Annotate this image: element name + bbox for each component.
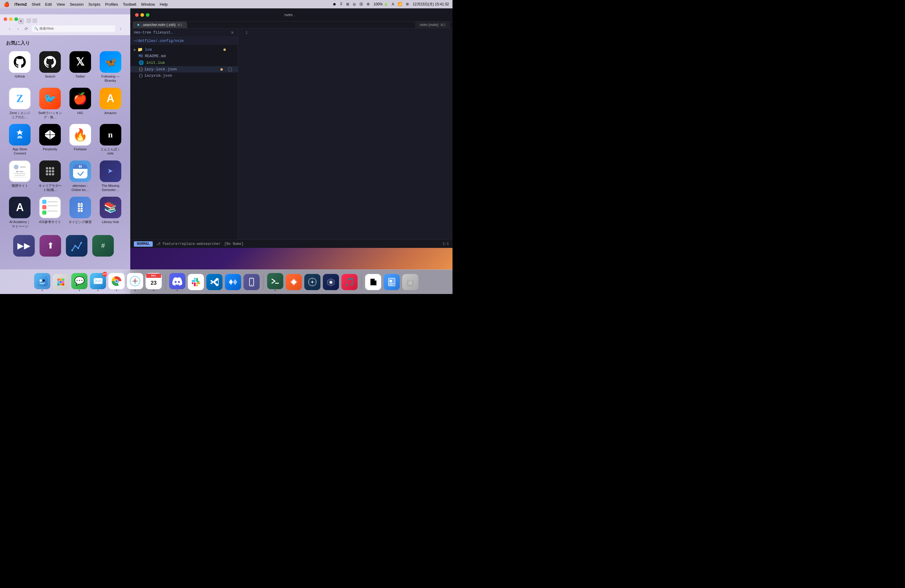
back-button[interactable]: ‹ (6, 26, 13, 32)
menu-window[interactable]: Window (141, 2, 155, 6)
svg-rect-44 (390, 280, 392, 282)
app-item-career[interactable]: キャリアサポート/転職… (36, 159, 64, 193)
app-item-typing[interactable]: T T テ マ タイピング練習 (67, 195, 94, 230)
app-item-firebase[interactable]: 🔥 Firebase (67, 123, 94, 157)
app-item-missing[interactable]: ➤ The Missing Semester… (97, 159, 124, 193)
svg-point-12 (60, 279, 62, 281)
dock-item-calendar[interactable]: DEC 23 (146, 273, 162, 291)
menu-scripts[interactable]: Scripts (88, 2, 100, 6)
app-item-ai-academy[interactable]: A AI Academy｜マイページ (6, 195, 34, 230)
apple-menu[interactable]: 🍎 (3, 2, 10, 7)
xscope-icon (304, 274, 321, 290)
app-item-resume[interactable]: 職歴サイト (6, 159, 34, 193)
app-item-hash[interactable]: # (91, 234, 115, 258)
mail-icon: ✉️ 376 (90, 273, 106, 289)
dock-item-notion[interactable] (365, 274, 381, 290)
address-bar[interactable]: 🔍 検索/Web (32, 25, 115, 32)
menu-profiles[interactable]: Profiles (105, 2, 118, 6)
dock-item-safari[interactable] (127, 273, 143, 291)
app-label-missing: The Missing Semester… (98, 184, 122, 192)
close-button[interactable] (3, 17, 7, 21)
app-item-amazon[interactable]: A Amazon (97, 87, 124, 120)
menu-edit[interactable]: Edit (45, 2, 52, 6)
app-item-appstore[interactable]: App Store Connect (6, 123, 34, 157)
app-item-forward[interactable]: ▶▶ (12, 234, 36, 258)
dock-item-finder[interactable] (34, 273, 50, 291)
slack-icon (188, 274, 204, 290)
app-item-twitter[interactable]: 𝕏 Twitter (67, 50, 94, 84)
editor-content-area[interactable]: 1 (238, 29, 452, 239)
safari-compass-icon (129, 275, 141, 287)
app-label-typing: タイピング練習 (68, 220, 92, 224)
terminal-maximize-button[interactable] (146, 13, 149, 17)
menu-toolbelt[interactable]: Toolbelt (123, 2, 136, 6)
dock-item-music[interactable]: 🎵 (341, 274, 357, 290)
dock-item-launchpad[interactable] (53, 274, 69, 290)
dock-item-vscode[interactable] (206, 274, 222, 290)
menubar-record-icon: ⏺ (333, 2, 336, 6)
app-item-hig[interactable]: 🍎 HIG (67, 87, 94, 120)
file-name-readme: README.md (144, 54, 166, 59)
dock-item-preview[interactable] (384, 274, 400, 290)
app-label-firebase: Firebase (74, 147, 87, 151)
refresh-icon[interactable]: ⟳ (23, 26, 29, 32)
menu-help[interactable]: Help (160, 2, 168, 6)
neotree-path: ~/dotfiles/.config/nvim (130, 37, 238, 45)
dock-item-discord[interactable] (169, 273, 185, 291)
statusbar-filename: [No Name] (224, 242, 244, 246)
neotree-item-lazyvim[interactable]: {} lazyvim.json (130, 73, 238, 79)
app-item-ios-ref[interactable]: iOS参考サイト (36, 195, 64, 230)
terminal-tab-1[interactable]: ..searcher.nvim (-zsh) ⌘1 (133, 22, 187, 28)
neotree-item-init[interactable]: 🌐 init.lua (130, 59, 238, 66)
maximize-button[interactable] (14, 17, 18, 21)
menu-session[interactable]: Session (70, 2, 84, 6)
svg-point-19 (62, 283, 64, 285)
dock-item-xcode[interactable]: X (225, 274, 241, 290)
dock-item-simulator[interactable] (243, 274, 260, 290)
dock-item-prompt[interactable] (286, 274, 302, 290)
app-label-perplexity: Perplexity (43, 147, 57, 151)
app-item-perplexity[interactable]: Perplexity (36, 123, 64, 157)
app-item-search[interactable]: Search (36, 50, 64, 84)
dock-item-trash[interactable] (402, 274, 418, 290)
menu-shell[interactable]: Shell (32, 2, 40, 6)
forward-button[interactable]: › (15, 26, 21, 32)
graph-icon (71, 240, 83, 252)
app-item-github[interactable]: GitHub (6, 50, 34, 84)
svg-rect-49 (409, 278, 411, 279)
editor-text-area[interactable] (250, 29, 452, 239)
menubar-control-center: ⚙ (406, 2, 409, 6)
menu-view[interactable]: View (57, 2, 65, 6)
app-item-note[interactable]: n とんとんぼ｜note (97, 123, 124, 157)
dock-item-iterm[interactable] (267, 273, 283, 291)
dock-item-proxyman[interactable] (323, 274, 339, 290)
sidebar-toggle[interactable]: ≡ (18, 18, 24, 24)
minimize-button[interactable] (9, 17, 13, 21)
terminal-minimize-button[interactable] (140, 13, 144, 17)
app-item-swift[interactable]: 🐦 Swiftでハッキング - 無… (36, 87, 64, 120)
proxyman-icon (323, 274, 339, 290)
safari-icon (127, 273, 143, 289)
app-item-purple[interactable]: ⬆ (38, 234, 62, 258)
app-item-aitemasu[interactable]: aitemasu - Online bo… (67, 159, 94, 193)
terminal-close-button[interactable] (135, 13, 139, 17)
menubar-dock-icon: ⠿ (340, 2, 343, 6)
dock-item-mail[interactable]: ✉️ 376 (90, 273, 106, 291)
neotree-file-list: ▶ 📁 lua MD README.md 🌐 init.lua {} (130, 45, 238, 239)
share-icon[interactable]: ↑ (118, 26, 124, 32)
dock-separator-2 (263, 274, 264, 290)
neotree-item-readme[interactable]: MD README.md (130, 53, 238, 59)
app-item-library[interactable]: 📚 Library Hub (97, 195, 124, 230)
dock-item-xscope[interactable] (304, 274, 321, 290)
neotree-item-lazy-lock[interactable]: {} lazy-lock.json (130, 66, 238, 73)
app-name[interactable]: iTerm2 (14, 2, 27, 6)
terminal-tab-2[interactable]: nvim (nvim) ⌘2 (415, 22, 450, 28)
dock-item-chrome[interactable] (108, 273, 125, 291)
neotree-close-button[interactable]: ✕ (230, 30, 234, 35)
app-item-graph[interactable] (65, 234, 89, 258)
app-item-zenn[interactable]: Z Zenn｜エンジニアのた… (6, 87, 34, 120)
dock-item-messages[interactable]: 💬 (71, 273, 87, 291)
dock-item-slack[interactable] (188, 274, 204, 290)
neotree-item-lua[interactable]: ▶ 📁 lua (130, 46, 238, 53)
app-item-bluesky[interactable]: 🦋 Following — Bluesky (97, 50, 124, 84)
